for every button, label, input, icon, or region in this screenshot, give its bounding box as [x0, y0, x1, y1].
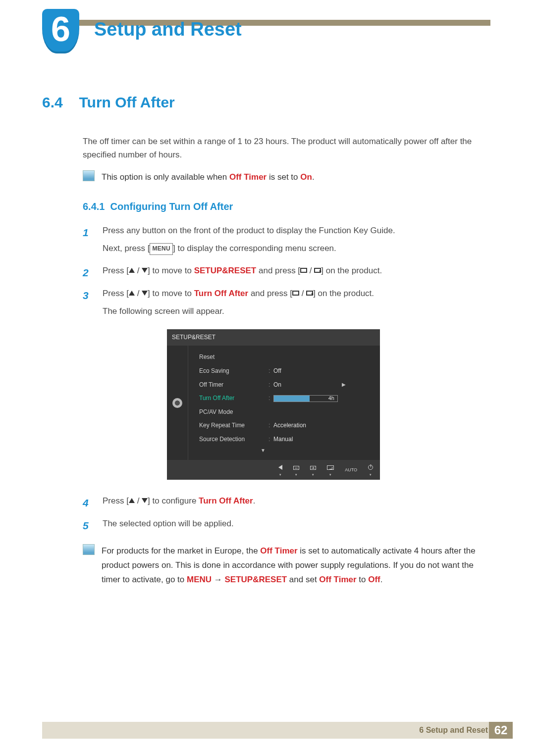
- osd-label: Reset: [199, 352, 268, 363]
- s3target: Turn Off After: [194, 289, 249, 298]
- s4target: Turn Off After: [199, 496, 253, 505]
- osd-items: Reset Eco Saving: Off Off Timer: On: [188, 346, 343, 460]
- source-icon: [300, 268, 307, 273]
- gear-icon: [172, 398, 182, 408]
- n2em4: Off Timer: [319, 575, 356, 584]
- osd-label: Source Detection: [199, 434, 268, 445]
- s2target: SETUP&RESET: [194, 266, 257, 275]
- step-num-4: 4: [83, 494, 94, 512]
- step3-line1: Press [ / ] to move to Turn Off After an…: [103, 286, 490, 302]
- down-arrow-icon: [142, 498, 148, 503]
- s3a: Press [: [103, 289, 129, 298]
- page-footer: 6 Setup and Reset 62: [42, 722, 513, 739]
- osd-row-keyrepeat: Key Repeat Time: Acceleration: [188, 419, 338, 433]
- intro-text: The off timer can be set within a range …: [83, 135, 490, 161]
- osd-label: Off Timer: [199, 380, 268, 391]
- subsection-title: Configuring Turn Off After: [110, 201, 233, 212]
- note-2: For products for the market in Europe, t…: [83, 544, 490, 587]
- note-2-text: For products for the market in Europe, t…: [102, 544, 490, 587]
- osd-value: Manual: [273, 434, 338, 445]
- page-number: 62: [489, 722, 513, 739]
- osd-left-rail: [167, 346, 188, 460]
- s1b: ] to display the corresponding menu scre…: [173, 244, 336, 253]
- step-2: 2 Press [ / ] to move to SETUP&RESET and…: [83, 263, 490, 282]
- down-arrow-icon: [142, 291, 148, 296]
- osd-value: Acceleration: [273, 420, 338, 431]
- s3c: and press [: [248, 289, 292, 298]
- up-arrow-icon: [129, 291, 135, 296]
- source-icon: [292, 291, 299, 296]
- enter-icon: [314, 268, 321, 273]
- osd-title: SETUP&RESET: [167, 329, 380, 346]
- osd-enter-btn-icon: ▾: [327, 464, 334, 476]
- section-content: 6.4 Turn Off After The off timer can be …: [42, 94, 490, 587]
- step-1: 1 Press any button on the front of the p…: [83, 223, 490, 259]
- osd-label: PC/AV Mode: [199, 407, 268, 418]
- s2a: Press [: [103, 266, 129, 275]
- s3d: ] on the product.: [313, 289, 374, 298]
- step-3: 3 Press [ / ] to move to Turn Off After …: [83, 286, 490, 490]
- step1-line1: Press any button on the front of the pro…: [103, 223, 490, 239]
- osd-back-icon: ▾: [278, 464, 282, 476]
- step-num-2: 2: [83, 263, 94, 282]
- step-4: 4 Press [ / ] to configure Turn Off Afte…: [83, 494, 490, 512]
- n2d: to: [357, 575, 369, 584]
- step-num-1: 1: [83, 223, 94, 259]
- osd-plus-icon: ▾: [310, 464, 316, 476]
- note-1-text: This option is only available when Off T…: [102, 170, 315, 184]
- up-arrow-icon: [129, 498, 135, 503]
- s3b: ] to move to: [148, 289, 194, 298]
- note1-prefix: This option is only available when: [102, 172, 229, 182]
- n2c: and set: [287, 575, 319, 584]
- step-num-3: 3: [83, 286, 94, 490]
- osd-bottom-bar: ▾ ▾ ▾ ▾ AUTO ▾: [167, 460, 380, 480]
- osd-row-turnoffafter: Turn Off After: 4h: [188, 392, 338, 405]
- osd-auto-label: AUTO: [345, 466, 357, 474]
- note-icon: [83, 170, 95, 181]
- s4b: ] to configure: [148, 496, 199, 505]
- steps-list: 1 Press any button on the front of the p…: [83, 223, 490, 536]
- step-num-5: 5: [83, 516, 94, 535]
- footer-band: 6 Setup and Reset: [42, 722, 489, 739]
- menu-key-icon: MENU: [150, 243, 173, 255]
- osd-row-sourcedetect: Source Detection: Manual: [188, 433, 338, 447]
- down-arrow-icon: [142, 268, 148, 273]
- osd-value: 4h: [273, 393, 338, 404]
- osd-row-pcav: PC/AV Mode: [188, 405, 338, 419]
- step4-line: Press [ / ] to configure Turn Off After.: [103, 494, 490, 509]
- osd-row-offtimer: Off Timer: On: [188, 378, 338, 392]
- osd-slider-value: 4h: [328, 394, 334, 403]
- osd-label: Eco Saving: [199, 366, 268, 377]
- osd-slider: 4h: [273, 395, 338, 402]
- note1-em1: Off Timer: [229, 172, 267, 182]
- step2-line: Press [ / ] to move to SETUP&RESET and p…: [103, 263, 490, 279]
- s2c: and press [: [256, 266, 300, 275]
- osd-value: On: [273, 380, 338, 391]
- osd-label: Turn Off After: [199, 393, 268, 404]
- s4a: Press [: [103, 496, 129, 505]
- footer-text: 6 Setup and Reset: [419, 726, 488, 735]
- step1-line2: Next, press [MENU] to display the corres…: [103, 241, 490, 256]
- s4suffix: .: [253, 496, 256, 505]
- chapter-title: Setup and Reset: [94, 19, 242, 40]
- step3-line2: The following screen will appear.: [103, 304, 490, 319]
- note1-suffix: .: [312, 172, 315, 182]
- chapter-badge: 6: [42, 9, 79, 53]
- n2arrow: →: [212, 575, 224, 584]
- step-5: 5 The selected option will be applied.: [83, 516, 490, 535]
- n2em3: SETUP&RESET: [224, 575, 287, 584]
- section-title: Turn Off After: [79, 94, 174, 111]
- osd-screenshot: SETUP&RESET Reset Eco Saving: Off: [167, 329, 380, 480]
- note-1: This option is only available when Off T…: [83, 170, 490, 184]
- osd-value: Off: [273, 366, 338, 377]
- note1-mid: is set to: [267, 172, 300, 182]
- osd-scroll-down-icon: ▼: [188, 446, 338, 457]
- osd-power-icon: ▾: [368, 464, 373, 476]
- s1a: Next, press [: [103, 244, 150, 253]
- s2b: ] to move to: [148, 266, 194, 275]
- enter-icon: [306, 291, 313, 296]
- step5-line: The selected option will be applied.: [103, 516, 490, 532]
- subsection-number: 6.4.1: [83, 201, 105, 212]
- osd-minus-icon: ▾: [293, 464, 299, 476]
- note1-em2: On: [300, 172, 312, 182]
